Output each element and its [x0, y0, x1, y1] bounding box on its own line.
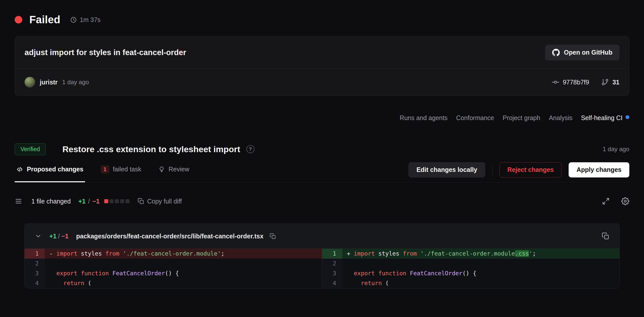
line-number: 2: [25, 259, 45, 268]
commit-meta-row: juristr 1 day ago 9778b7f9 31: [15, 69, 629, 96]
git-branch-icon: [601, 78, 609, 86]
code-line: export function FeatCancelOrder() {: [45, 268, 322, 278]
tab-proposed-changes[interactable]: Proposed changes: [15, 157, 85, 182]
diff-row-deleted: 1 - import styles from './feat-cancel-or…: [25, 249, 322, 259]
diffstat-square: [110, 199, 114, 203]
line-number: 4: [25, 278, 45, 288]
diff-row: 2: [322, 259, 619, 268]
page: Failed 1m 37s adjust import for styles i…: [0, 0, 644, 288]
copy-full-diff-label: Copy full diff: [147, 198, 182, 205]
file-diffstat: +1 / −1: [49, 233, 69, 240]
files-changed-count: 1 file changed: [31, 198, 71, 205]
open-on-github-button[interactable]: Open on GitHub: [545, 45, 619, 60]
count-separator: /: [88, 198, 90, 205]
diff-row: 3 export function FeatCancelOrder() {: [322, 268, 619, 278]
clock-icon: [70, 16, 77, 23]
section-nav: Runs and agents Conformance Project grap…: [15, 113, 629, 123]
verified-badge: Verified: [15, 143, 46, 155]
diff-file-panel: +1 / −1 packages/orders/feat-cancel-orde…: [24, 223, 620, 288]
git-commit-icon: [552, 78, 559, 86]
settings-gear-icon[interactable]: [621, 197, 629, 205]
nav-project-graph[interactable]: Project graph: [503, 114, 540, 122]
code-line: [45, 259, 322, 268]
tabs-row: Proposed changes 1 failed task Review Ed…: [15, 157, 629, 183]
diffstat-squares-icon: [104, 199, 130, 203]
copy-path-icon[interactable]: [270, 233, 276, 239]
notification-dot: [626, 115, 629, 119]
file-deletions: −1: [61, 233, 69, 240]
diff-file-header: +1 / −1 packages/orders/feat-cancel-orde…: [25, 224, 619, 248]
reject-changes-button[interactable]: Reject changes: [500, 162, 562, 177]
fix-title: Restore .css extension to stylesheet imp…: [62, 144, 240, 154]
fix-header: Verified Restore .css extension to style…: [15, 142, 629, 157]
fix-time: 1 day ago: [603, 146, 629, 153]
commit-message: adjust import for styles in feat-cancel-…: [25, 48, 186, 57]
actions-divider: [492, 164, 492, 175]
tab-failed-task[interactable]: 1 failed task: [99, 157, 143, 182]
file-path: packages/orders/feat-cancel-order/src/li…: [76, 233, 264, 240]
code-line: - import styles from './feat-cancel-orde…: [45, 249, 322, 259]
file-count-separator: /: [58, 233, 60, 240]
copy-full-diff-button[interactable]: Copy full diff: [138, 198, 182, 205]
diff-before-column: 1 - import styles from './feat-cancel-or…: [25, 249, 322, 288]
help-icon[interactable]: ?: [246, 145, 254, 153]
nav-conformance[interactable]: Conformance: [456, 114, 494, 122]
commit-refs-group: 9778b7f9 31: [552, 78, 619, 86]
code-line: return (: [45, 278, 322, 288]
tab-review[interactable]: Review: [157, 157, 191, 182]
split-diff: 1 - import styles from './feat-cancel-or…: [25, 248, 619, 288]
author-avatar: [25, 77, 35, 87]
nav-self-healing-ci[interactable]: Self-healing CI: [581, 114, 629, 122]
line-number: 2: [322, 259, 342, 268]
diff-row-added: 1 + import styles from './feat-cancel-or…: [322, 249, 619, 259]
diff-row: 3 export function FeatCancelOrder() {: [25, 268, 322, 278]
copy-icon: [138, 198, 144, 205]
code-line: + import styles from './feat-cancel-orde…: [342, 249, 619, 259]
diff-row: 2: [25, 259, 322, 268]
line-number: 1: [322, 249, 342, 259]
commit-sha-link[interactable]: 9778b7f9: [552, 78, 589, 86]
run-duration: 1m 37s: [80, 16, 101, 24]
action-buttons: Edit changes locally Reject changes Appl…: [409, 162, 629, 177]
status-bar: Failed 1m 37s: [15, 14, 629, 26]
file-additions: +1: [49, 233, 57, 240]
commit-author-group: juristr 1 day ago: [25, 77, 89, 87]
status-title: Failed: [29, 14, 60, 26]
diff-row: 4 return (: [322, 278, 619, 288]
chevron-down-icon[interactable]: [35, 233, 42, 240]
diff-toolbar: 1 file changed +1 / −1 Copy full diff: [15, 195, 629, 207]
line-number: 3: [322, 268, 342, 278]
branch-count-link[interactable]: 31: [601, 78, 619, 86]
expand-fullscreen-icon[interactable]: [602, 197, 610, 205]
github-icon: [552, 49, 560, 56]
line-number: 4: [322, 278, 342, 288]
failed-task-count-badge: 1: [101, 165, 109, 173]
tabs: Proposed changes 1 failed task Review: [15, 157, 191, 182]
commit-sha: 9778b7f9: [563, 79, 589, 86]
github-button-label: Open on GitHub: [564, 49, 612, 56]
apply-changes-button[interactable]: Apply changes: [569, 162, 629, 177]
edit-changes-locally-button[interactable]: Edit changes locally: [409, 162, 485, 177]
toolbar-right-icons: [602, 197, 629, 205]
file-list-menu-icon[interactable]: [15, 197, 22, 205]
diffstat-counts: +1 / −1: [78, 198, 100, 205]
code-line: export function FeatCancelOrder() {: [342, 268, 619, 278]
nav-runs-and-agents[interactable]: Runs and agents: [400, 114, 447, 122]
commit-title-row: adjust import for styles in feat-cancel-…: [15, 36, 629, 69]
tab-proposed-changes-label: Proposed changes: [27, 166, 83, 173]
copy-file-icon[interactable]: [602, 232, 609, 240]
commit-time: 1 day ago: [62, 79, 89, 86]
lightbulb-icon: [158, 166, 165, 173]
tab-review-label: Review: [168, 166, 189, 173]
nav-analysis[interactable]: Analysis: [549, 114, 572, 122]
deletions-count: −1: [92, 198, 100, 205]
code-line: [342, 259, 619, 268]
line-number: 3: [25, 268, 45, 278]
diffstat-square-deletion: [104, 199, 108, 203]
additions-count: +1: [78, 198, 86, 205]
tab-failed-task-label: failed task: [113, 166, 141, 173]
nav-self-healing-ci-label: Self-healing CI: [581, 114, 622, 122]
failed-status-dot-icon: [15, 16, 22, 24]
diff-after-column: 1 + import styles from './feat-cancel-or…: [322, 249, 619, 288]
diff-row: 4 return (: [25, 278, 322, 288]
